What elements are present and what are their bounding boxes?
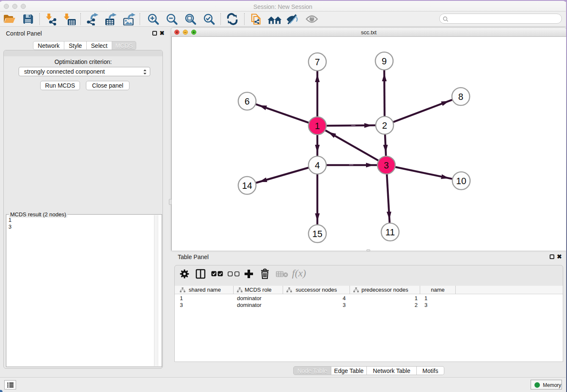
svg-text:14: 14 [242, 181, 252, 191]
svg-text:8: 8 [458, 92, 463, 102]
svg-text:11: 11 [385, 227, 395, 237]
svg-text:2: 2 [382, 121, 387, 131]
svg-text:7: 7 [315, 57, 320, 67]
svg-text:4: 4 [315, 160, 320, 171]
svg-text:3: 3 [384, 160, 389, 171]
svg-text:1: 1 [315, 121, 320, 131]
svg-text:9: 9 [382, 56, 387, 66]
svg-text:15: 15 [312, 229, 322, 239]
svg-text:6: 6 [245, 97, 250, 107]
svg-text:10: 10 [456, 176, 466, 186]
